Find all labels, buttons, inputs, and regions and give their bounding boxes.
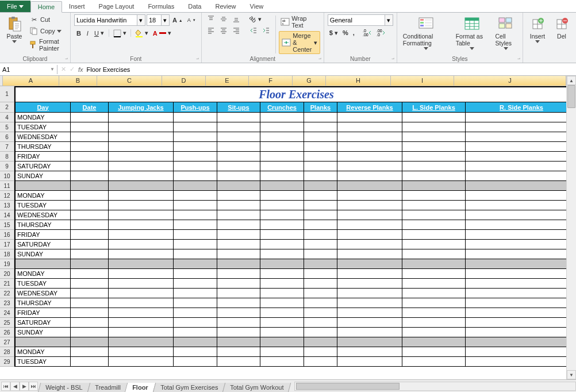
cell[interactable]: FRIDAY — [14, 308, 71, 318]
cell[interactable] — [109, 181, 174, 191]
cell[interactable] — [109, 269, 174, 279]
cell[interactable] — [304, 347, 337, 357]
cell[interactable] — [109, 142, 174, 152]
font-name-combo[interactable]: ▾ — [74, 14, 145, 26]
cell[interactable] — [402, 249, 466, 259]
cell[interactable] — [217, 201, 260, 210]
bold-button[interactable]: B — [74, 29, 83, 38]
row-header[interactable]: 29 — [0, 357, 14, 367]
cell[interactable] — [337, 318, 402, 328]
cell[interactable] — [174, 220, 217, 230]
cell[interactable] — [304, 132, 337, 142]
font-size-combo[interactable]: ▾ — [147, 14, 170, 26]
cell[interactable] — [402, 269, 466, 279]
cell[interactable] — [109, 171, 174, 181]
chevron-down-icon[interactable]: ▾ — [162, 14, 170, 26]
row-header[interactable]: 23 — [0, 298, 14, 308]
cell[interactable] — [402, 122, 466, 132]
cell[interactable] — [304, 249, 337, 259]
cell[interactable] — [304, 337, 337, 347]
wrap-text-button[interactable]: abcWrap Text — [279, 14, 320, 29]
cell[interactable] — [402, 181, 466, 191]
row-header[interactable]: 5 — [0, 122, 14, 132]
next-sheet-button[interactable]: ▶ — [20, 382, 29, 391]
grow-font-button[interactable]: A▲ — [171, 16, 185, 24]
cell[interactable] — [71, 113, 109, 122]
cell[interactable] — [71, 357, 109, 367]
row-header[interactable]: 27 — [0, 337, 14, 347]
cell[interactable] — [304, 259, 337, 269]
cell[interactable] — [260, 240, 304, 249]
cell[interactable]: WEDNESDAY — [14, 289, 71, 298]
cell[interactable] — [337, 298, 402, 308]
cell[interactable] — [466, 259, 566, 269]
cell[interactable] — [71, 152, 109, 162]
cell[interactable] — [217, 308, 260, 318]
cell[interactable] — [337, 201, 402, 210]
cell[interactable] — [71, 289, 109, 298]
delete-cells-button[interactable]: Del — [551, 14, 573, 41]
row-header[interactable]: 7 — [0, 142, 14, 152]
cell[interactable] — [109, 328, 174, 337]
cell[interactable] — [174, 249, 217, 259]
cell[interactable] — [337, 191, 402, 201]
cell[interactable] — [337, 122, 402, 132]
cell[interactable] — [304, 162, 337, 171]
cell[interactable] — [402, 308, 466, 318]
orientation-button[interactable]: ab▾ — [248, 15, 263, 24]
cell[interactable] — [304, 240, 337, 249]
merge-center-button[interactable]: Merge & Center▾ — [279, 31, 320, 54]
cells-area[interactable]: Floor ExercisesDayDateJumping JacksPush-… — [14, 86, 566, 367]
cell[interactable] — [402, 210, 466, 220]
scroll-down-icon[interactable]: ▼ — [567, 370, 576, 379]
cell[interactable] — [304, 298, 337, 308]
cell[interactable] — [337, 210, 402, 220]
cell[interactable] — [109, 201, 174, 210]
cell[interactable] — [466, 191, 566, 201]
cell[interactable] — [466, 249, 566, 259]
scroll-up-icon[interactable]: ▲ — [567, 76, 576, 85]
sheet-tab[interactable]: Total Gym Exercises — [153, 383, 226, 393]
cell[interactable] — [466, 201, 566, 210]
cell[interactable] — [402, 289, 466, 298]
column-header[interactable]: D — [162, 76, 206, 86]
cell[interactable] — [402, 240, 466, 249]
cell[interactable] — [402, 347, 466, 357]
cell[interactable] — [109, 220, 174, 230]
cell[interactable] — [71, 201, 109, 210]
cell[interactable] — [217, 357, 260, 367]
sheet-tab[interactable]: Weight - BSL — [38, 383, 90, 393]
cell[interactable] — [260, 357, 304, 367]
cell[interactable] — [304, 269, 337, 279]
cell[interactable] — [174, 142, 217, 152]
row-header[interactable]: 1 — [0, 86, 14, 102]
align-center-button[interactable] — [218, 26, 229, 35]
tab-page-layout[interactable]: Page Layout — [92, 1, 141, 12]
cell-styles-button[interactable]: Cell Styles — [493, 14, 519, 51]
cell[interactable] — [260, 347, 304, 357]
cell[interactable] — [260, 298, 304, 308]
cell[interactable] — [14, 337, 71, 347]
cell[interactable] — [260, 201, 304, 210]
cell[interactable] — [466, 337, 566, 347]
vertical-scrollbar[interactable]: ▲ ▼ — [566, 76, 576, 379]
column-header[interactable]: B — [59, 76, 97, 86]
cell[interactable] — [217, 142, 260, 152]
cell[interactable] — [304, 230, 337, 240]
chevron-down-icon[interactable]: ▾ — [385, 14, 393, 26]
cell[interactable] — [466, 220, 566, 230]
row-header[interactable]: 18 — [0, 249, 14, 259]
column-header[interactable]: C — [97, 76, 162, 86]
cell[interactable] — [71, 230, 109, 240]
cell[interactable] — [71, 318, 109, 328]
cell[interactable] — [174, 210, 217, 220]
cell[interactable] — [337, 357, 402, 367]
confirm-icon[interactable]: ✓ — [70, 66, 75, 73]
cell[interactable] — [304, 191, 337, 201]
cell[interactable] — [217, 337, 260, 347]
cell[interactable] — [109, 318, 174, 328]
cell[interactable] — [402, 142, 466, 152]
sheet-tab[interactable]: Treadmill — [87, 383, 128, 393]
cell[interactable] — [260, 171, 304, 181]
formula-input[interactable]: Floor Exercises — [87, 66, 130, 73]
